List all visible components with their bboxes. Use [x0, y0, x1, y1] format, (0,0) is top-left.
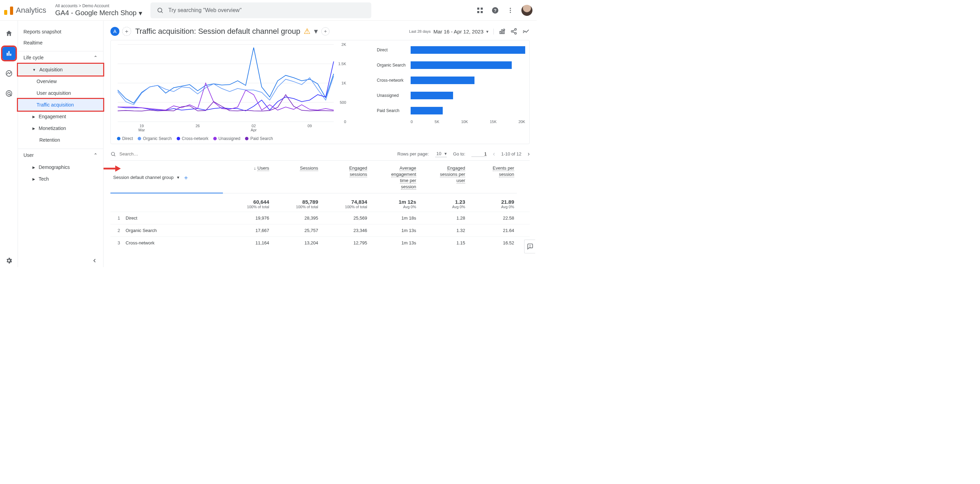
nav-traffic-acquisition[interactable]: Traffic acquisition [18, 99, 103, 111]
svg-text:26: 26 [196, 124, 200, 128]
nav-acquisition-label: Acquisition [39, 67, 63, 72]
nav-engagement[interactable]: ▶Engagement [18, 111, 103, 122]
legend-item[interactable]: Unassigned [213, 136, 240, 141]
caret-down-icon: ▾ [486, 29, 488, 34]
metric-header[interactable]: Engagedsessions [321, 162, 370, 194]
account-breadcrumb: All accounts > Demo Account [55, 3, 142, 8]
sort-desc-icon: ↓ [254, 165, 256, 171]
date-range-picker[interactable]: Last 28 days Mar 16 - Apr 12, 2023 ▾ [409, 29, 494, 35]
nav-acq-overview[interactable]: Overview [18, 76, 103, 87]
legend-item[interactable]: Organic Search [138, 136, 172, 141]
search-input[interactable]: Try searching "Web overview" [150, 2, 371, 18]
bar-label: Paid Search [377, 108, 410, 113]
page-range: 1-10 of 12 [501, 151, 522, 157]
table-row[interactable]: 2Organic Search17,66725,75723,3461m 13s1… [110, 224, 530, 236]
table-row[interactable]: 1Direct19,97628,39525,5691m 18s1.2822.58 [110, 212, 530, 224]
help-icon[interactable]: ? [491, 6, 499, 14]
total-sub: 100% of total [324, 205, 367, 209]
segment-chips: A ＋ [110, 27, 131, 36]
legend-item[interactable]: Paid Search [245, 136, 273, 141]
goto-label: Go to: [453, 151, 465, 157]
data-table: Session default channel group ▾ ＋ ↓Users… [110, 162, 530, 249]
nav-group-lifecycle[interactable]: Life cycle ⌃ [18, 51, 103, 64]
svg-point-10 [510, 12, 511, 13]
property-selector[interactable]: All accounts > Demo Account GA4 - Google… [55, 3, 142, 17]
nav-realtime[interactable]: Realtime [18, 37, 103, 48]
prev-page-icon[interactable]: ‹ [493, 150, 495, 157]
caret-down-icon[interactable]: ▾ [314, 27, 318, 36]
metric-header[interactable]: ↓Users [223, 162, 272, 194]
nav-demographics-label: Demographics [39, 164, 70, 170]
report-canvas: A ＋ Traffic acquisition: Session default… [103, 21, 536, 267]
warning-icon[interactable]: ⚠ [304, 27, 310, 36]
product-name: Analytics [16, 6, 46, 15]
svg-text:500: 500 [340, 100, 346, 105]
svg-rect-3 [481, 8, 483, 10]
svg-point-9 [510, 10, 511, 11]
share-icon[interactable] [511, 28, 517, 35]
nav-monetization-label: Monetization [39, 125, 66, 131]
nav-retention[interactable]: Retention [18, 134, 103, 146]
metric-header[interactable]: Averageengagementtime persession [370, 162, 419, 194]
svg-point-21 [511, 31, 513, 32]
nav-group-user[interactable]: User ⌃ [18, 149, 103, 161]
bar-label: Direct [377, 48, 410, 52]
metric-header[interactable]: Sessions [272, 162, 321, 194]
nav-reports-snapshot[interactable]: Reports snapshot [18, 26, 103, 37]
svg-point-16 [8, 92, 10, 94]
rows-per-page-select[interactable]: 10 ▾ [435, 151, 447, 157]
legend-swatch [177, 137, 180, 140]
metric-header[interactable]: Engagedsessions peruser [419, 162, 468, 194]
feedback-button[interactable] [524, 240, 535, 253]
explore-icon[interactable] [2, 67, 16, 80]
bar-label: Unassigned [377, 93, 410, 98]
nav-tech[interactable]: ▶Tech [18, 173, 103, 185]
dimension-header[interactable]: Session default channel group ▾ ＋ [110, 162, 223, 194]
goto-input[interactable] [471, 151, 487, 157]
caret-right-icon: ▶ [32, 177, 35, 181]
add-comparison-button[interactable]: ＋ [321, 27, 329, 35]
customize-icon[interactable] [499, 28, 506, 35]
total-sub: Avg 0% [471, 205, 514, 209]
collapse-nav-icon[interactable] [91, 257, 98, 264]
nav-monetization[interactable]: ▶Monetization [18, 122, 103, 134]
apps-icon[interactable] [476, 6, 484, 14]
table-row[interactable]: 3Cross-network11,16413,20412,7951m 13s1.… [110, 236, 530, 249]
caret-right-icon: ▶ [32, 165, 35, 169]
search-placeholder: Try searching "Web overview" [169, 7, 242, 13]
svg-text:1K: 1K [342, 81, 347, 85]
caret-down-icon: ▼ [32, 68, 36, 72]
segment-chip[interactable]: A [110, 27, 119, 36]
more-icon[interactable] [506, 6, 514, 14]
total-sub: 100% of total [226, 205, 269, 209]
svg-line-1 [161, 11, 162, 13]
total-value: 21.89 [471, 199, 514, 205]
add-dimension-button[interactable]: ＋ [183, 173, 189, 182]
add-segment-button[interactable]: ＋ [122, 27, 131, 36]
caret-right-icon: ▶ [32, 115, 35, 119]
total-value: 1m 12s [373, 199, 416, 205]
admin-icon[interactable] [2, 254, 16, 267]
bar-fill [410, 46, 525, 54]
nav-user-acquisition[interactable]: User acquisition [18, 87, 103, 99]
next-page-icon[interactable]: › [528, 150, 530, 157]
reports-icon[interactable] [2, 47, 16, 60]
legend-item[interactable]: Cross-network [177, 136, 208, 141]
metric-header[interactable]: Events persession [468, 162, 517, 194]
svg-text:Mar: Mar [138, 128, 145, 132]
table-search-input[interactable] [119, 151, 209, 157]
total-sub: Avg 0% [373, 205, 416, 209]
nav-acquisition[interactable]: ▼ Acquisition [18, 64, 103, 76]
nav-demographics[interactable]: ▶Demographics [18, 161, 103, 173]
bar-row: Paid Search [377, 103, 525, 118]
svg-rect-12 [8, 51, 9, 56]
user-avatar[interactable] [522, 5, 533, 16]
legend-item[interactable]: Direct [117, 136, 133, 141]
home-icon[interactable] [2, 27, 16, 40]
bar-row: Cross-network [377, 73, 525, 88]
total-value: 60,644 [226, 199, 269, 205]
svg-rect-18 [501, 30, 503, 34]
caret-down-icon: ▾ [139, 9, 142, 17]
insights-icon[interactable] [522, 28, 530, 35]
advertising-icon[interactable] [2, 87, 16, 100]
